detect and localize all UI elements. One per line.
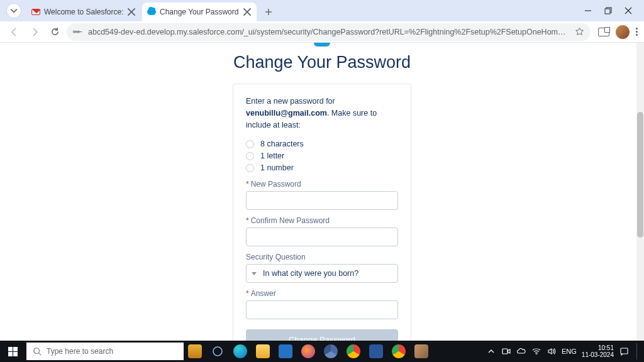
tray-chevron-up-icon[interactable] xyxy=(486,346,496,356)
svg-rect-20 xyxy=(621,348,628,354)
search-icon xyxy=(33,347,42,356)
svg-rect-18 xyxy=(502,349,508,354)
system-tray: ENG 10:51 11-03-2024 xyxy=(486,343,644,359)
svg-point-17 xyxy=(213,347,222,356)
svg-rect-8 xyxy=(605,9,610,14)
svg-point-19 xyxy=(536,354,537,355)
unchecked-circle-icon xyxy=(246,152,254,160)
language-indicator[interactable]: ENG xyxy=(562,348,577,355)
extensions-icon[interactable] xyxy=(598,28,609,36)
wifi-icon[interactable] xyxy=(531,346,541,356)
start-button[interactable] xyxy=(0,341,25,362)
change-password-button[interactable]: Change Password xyxy=(246,329,398,341)
word-app[interactable] xyxy=(365,341,387,362)
salesforce-icon xyxy=(147,8,156,16)
close-icon[interactable] xyxy=(127,8,136,16)
photo-app[interactable] xyxy=(410,341,433,362)
taskbar-clock[interactable]: 10:51 11-03-2024 xyxy=(582,344,614,358)
url-text: abcd549-dev-ed.develop.my.salesforce.com… xyxy=(88,28,570,36)
browser-toolbar: abcd549-dev-ed.develop.my.salesforce.com… xyxy=(0,21,644,43)
tab-salesforce[interactable]: Change Your Password | Salesfo xyxy=(142,3,257,21)
security-question-value: In what city were you born? xyxy=(263,269,358,278)
site-settings-icon[interactable] xyxy=(73,28,83,36)
store-app[interactable] xyxy=(274,341,297,362)
requirement-list: 8 characters 1 letter 1 number xyxy=(246,140,398,172)
answer-input[interactable] xyxy=(246,300,398,319)
reload-button[interactable] xyxy=(47,24,63,40)
clock-time: 10:51 xyxy=(582,344,614,351)
requirement-text: 8 characters xyxy=(260,140,304,148)
firefox-app[interactable] xyxy=(297,341,319,362)
scrollbar-thumb[interactable] xyxy=(637,112,643,238)
tab-gmail[interactable]: Welcome to Salesforce: Verify y xyxy=(26,3,141,21)
notifications-icon[interactable] xyxy=(619,346,629,356)
new-tab-button[interactable] xyxy=(260,4,277,20)
clock-date: 11-03-2024 xyxy=(582,351,614,358)
tab-title: Change Your Password | Salesfo xyxy=(160,8,239,16)
window-minimize-icon[interactable] xyxy=(584,6,592,15)
requirement-item: 1 number xyxy=(246,163,398,172)
forward-button[interactable] xyxy=(26,24,43,40)
address-bar[interactable]: abcd549-dev-ed.develop.my.salesforce.com… xyxy=(67,23,591,41)
intro-prefix: Enter a new password for xyxy=(246,97,335,106)
windows-taskbar: Type here to search ENG 10:51 11-03-20 xyxy=(0,341,644,362)
volume-icon[interactable] xyxy=(547,346,557,356)
explorer-app[interactable] xyxy=(252,341,274,362)
chevron-down-icon xyxy=(252,272,257,275)
page-viewport: Change Your Password Enter a new passwor… xyxy=(0,43,644,341)
page-title: Change Your Password xyxy=(233,53,411,72)
gmail-icon xyxy=(31,8,40,16)
profile-avatar[interactable] xyxy=(616,25,630,39)
unchecked-circle-icon xyxy=(246,164,254,172)
requirement-text: 1 letter xyxy=(260,151,284,160)
scrollbar-track[interactable] xyxy=(636,43,644,341)
answer-label: *Answer xyxy=(246,289,398,298)
cortana-button[interactable] xyxy=(206,341,229,362)
security-question-label: Security Question xyxy=(246,253,398,261)
meet-now-icon[interactable] xyxy=(501,346,511,356)
confirm-password-input[interactable] xyxy=(246,228,398,246)
show-desktop-button[interactable] xyxy=(636,343,640,359)
intro-email: venubillu@gmail.com xyxy=(246,109,327,118)
browser-tabstrip: Welcome to Salesforce: Verify y Change Y… xyxy=(0,0,644,21)
edge-app[interactable] xyxy=(229,341,252,362)
unchecked-circle-icon xyxy=(246,140,254,148)
svg-point-15 xyxy=(34,348,40,354)
chrome-dev-app[interactable] xyxy=(319,341,342,362)
requirement-item: 1 letter xyxy=(246,151,398,160)
taskbar-search[interactable]: Type here to search xyxy=(26,343,184,360)
intro-text: Enter a new password for venubillu@gmail… xyxy=(246,96,398,131)
password-card: Enter a new password for venubillu@gmail… xyxy=(233,84,411,341)
requirement-text: 1 number xyxy=(260,163,294,172)
back-button[interactable] xyxy=(6,24,23,40)
svg-line-16 xyxy=(39,353,42,356)
chrome-app-1[interactable] xyxy=(342,341,365,362)
profile-chip[interactable] xyxy=(6,3,21,18)
taskbar-search-placeholder: Type here to search xyxy=(47,347,113,356)
svg-rect-12 xyxy=(77,31,79,32)
new-password-label: *New Password xyxy=(246,180,398,189)
confirm-password-label: *Confirm New Password xyxy=(246,216,398,225)
window-close-icon[interactable] xyxy=(624,6,633,15)
security-question-select[interactable]: In what city were you born? xyxy=(246,264,398,283)
svg-rect-11 xyxy=(74,31,75,32)
requirement-item: 8 characters xyxy=(246,140,398,148)
taskview-button[interactable] xyxy=(184,341,206,362)
taskbar-apps xyxy=(184,341,433,362)
close-icon[interactable] xyxy=(243,8,252,16)
chrome-app-2[interactable] xyxy=(387,341,410,362)
onedrive-icon[interactable] xyxy=(516,346,526,356)
new-password-input[interactable] xyxy=(246,191,398,210)
tab-title: Welcome to Salesforce: Verify y xyxy=(44,8,123,16)
windows-logo-icon xyxy=(8,347,18,356)
kebab-menu-icon[interactable] xyxy=(636,28,638,36)
salesforce-logo-icon xyxy=(314,43,330,47)
bookmark-icon[interactable] xyxy=(575,27,584,36)
window-restore-icon[interactable] xyxy=(604,6,613,15)
